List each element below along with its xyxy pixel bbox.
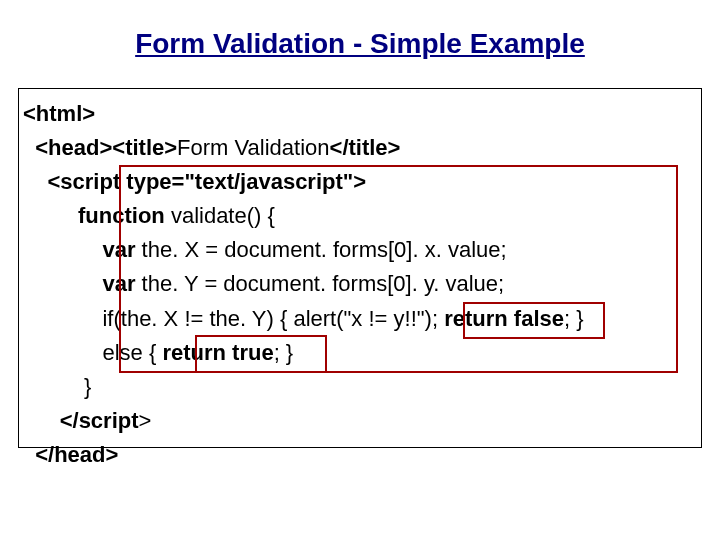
code-text: var (23, 271, 142, 296)
code-text: return false (444, 306, 564, 331)
code-text: the. Y = document. forms[0]. y. value; (142, 271, 505, 296)
code-text: else { (23, 340, 162, 365)
page-title: Form Validation - Simple Example (0, 28, 720, 60)
code-text: type="text/javascript"> (126, 169, 366, 194)
code-text: if(the. X != the. Y) { alert("x != y!!")… (23, 306, 444, 331)
code-text: </head> (23, 442, 118, 467)
code-text: <head> (23, 135, 112, 160)
code-text: var (23, 237, 142, 262)
code-text: <script (23, 169, 126, 194)
code-block: <html> <head><title>Form Validation</tit… (18, 88, 702, 448)
code-text: validate() { (171, 203, 275, 228)
code-text: return true (162, 340, 273, 365)
code-text: } (23, 374, 91, 399)
code-text: ; } (564, 306, 584, 331)
code-text: function (23, 203, 171, 228)
code-text: </title> (330, 135, 401, 160)
code-text: Form Validation (177, 135, 329, 160)
code-text: <title> (112, 135, 177, 160)
code-text: </script (23, 408, 139, 433)
code-text: > (139, 408, 152, 433)
code-text: <html> (23, 101, 95, 126)
code-text: ; } (274, 340, 294, 365)
code-text: the. X = document. forms[0]. x. value; (142, 237, 507, 262)
